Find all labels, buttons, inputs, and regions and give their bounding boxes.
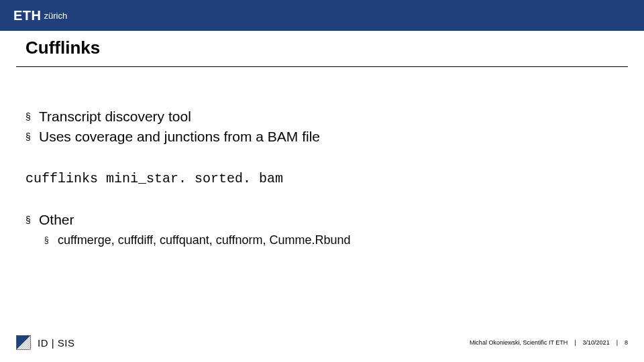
- logo-main: ETH: [13, 8, 42, 23]
- bullet-text: Transcript discovery tool: [39, 107, 191, 126]
- slide: ETH zürich Cufflinks § Transcript discov…: [0, 0, 644, 362]
- logo: ETH zürich: [13, 8, 67, 23]
- bullet-text: Other: [39, 210, 74, 229]
- bullet-icon: §: [44, 235, 51, 246]
- footer: ID | SIS Michal Okoniewski, Scientific I…: [0, 335, 644, 350]
- footer-page: 8: [625, 339, 628, 346]
- bullet-icon: §: [25, 214, 32, 227]
- content: § Transcript discovery tool § Uses cover…: [25, 107, 619, 249]
- list-item: § Uses coverage and junctions from a BAM…: [25, 127, 619, 146]
- canton-icon: [16, 335, 31, 350]
- footer-right: Michal Okoniewski, Scientific IT ETH | 3…: [470, 339, 628, 346]
- footer-date: 3/10/2021: [583, 339, 610, 346]
- bullet-list: § Transcript discovery tool § Uses cover…: [25, 107, 619, 147]
- list-item: § Other: [25, 210, 619, 229]
- bullet-text: Uses coverage and junctions from a BAM f…: [39, 127, 320, 146]
- list-item: § Transcript discovery tool: [25, 107, 619, 126]
- sub-bullet-list: § cuffmerge, cuffdiff, cuffquant, cuffno…: [44, 232, 619, 249]
- sub-bullet-text: cuffmerge, cuffdiff, cuffquant, cuffnorm…: [58, 232, 351, 249]
- list-item: § cuffmerge, cuffdiff, cuffquant, cuffno…: [44, 232, 619, 249]
- header-bar: ETH zürich: [0, 0, 644, 31]
- footer-left: ID | SIS: [16, 335, 74, 350]
- logo-sub: zürich: [44, 11, 68, 21]
- code-line: cufflinks mini_star. sorted. bam: [25, 171, 619, 186]
- separator-icon: |: [616, 339, 618, 346]
- bullet-list-other: § Other: [25, 210, 619, 229]
- bullet-icon: §: [25, 111, 32, 123]
- title-block: Cufflinks: [0, 31, 644, 67]
- title-rule: [16, 66, 628, 67]
- bullet-icon: §: [25, 131, 32, 143]
- footer-dept: ID | SIS: [38, 337, 74, 349]
- separator-icon: |: [574, 339, 576, 346]
- footer-author: Michal Okoniewski, Scientific IT ETH: [470, 339, 568, 346]
- page-title: Cufflinks: [25, 38, 619, 58]
